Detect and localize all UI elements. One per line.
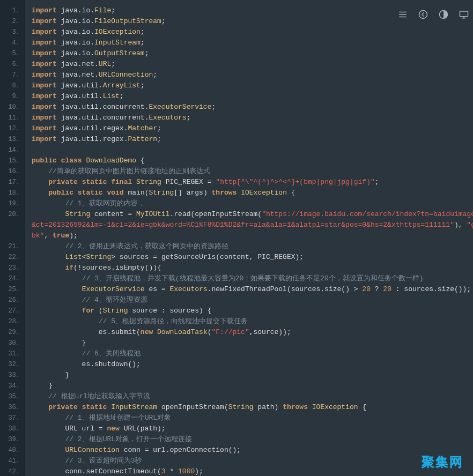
line-number: 27. (0, 306, 25, 316)
code-line: import java.io.OutputStream; (32, 48, 473, 59)
code-line: import java.util.List; (32, 91, 473, 102)
code-line: bk", true); (32, 230, 473, 241)
line-number: 6. (0, 59, 25, 70)
line-number: 26. (0, 295, 25, 306)
code-line: import java.util.regex.Pattern; (32, 134, 473, 145)
toolbar (398, 10, 469, 23)
code-line: private static InputStream openInputStre… (32, 402, 473, 413)
line-number: 36. (0, 402, 25, 413)
code-line: import java.util.regex.Matcher; (32, 123, 473, 134)
line-number: 7. (0, 70, 25, 80)
line-number: 19. (0, 198, 25, 209)
contrast-icon[interactable] (439, 10, 448, 23)
code-line: import java.util.ArrayList; (32, 80, 473, 91)
list-icon[interactable] (398, 10, 408, 23)
code-line: es.submit(new DownLoadTask("F://pic",sou… (32, 327, 473, 338)
line-number: 38. (0, 423, 25, 434)
code-line: // 3、设置超时间为3秒 (32, 456, 473, 466)
svg-rect-2 (460, 11, 468, 17)
code-line: // 5、根据资源路径，向线程池中提交下载任务 (32, 316, 473, 327)
code-line: // 2、使用正则表达式，获取这个网页中的资源路径 (32, 241, 473, 252)
code-line: String content = MyIOUtil.read(openInput… (32, 209, 473, 220)
code-line: import java.util.concurrent.Executors; (32, 113, 473, 123)
line-number: 3. (0, 27, 25, 38)
watermark: 聚集网 (422, 457, 463, 467)
line-number: 13. (0, 134, 25, 145)
code-line: } (32, 381, 473, 391)
line-number: 21. (0, 241, 25, 252)
back-icon[interactable] (418, 10, 428, 23)
line-number: 28. (0, 316, 25, 327)
line-number: 40. (0, 445, 25, 456)
line-number: 31. (0, 348, 25, 359)
line-number: 14. (0, 145, 25, 155)
code-line: import java.io.IOException; (32, 27, 473, 38)
code-line: ExecutorService es = Executors.newFixedT… (32, 284, 473, 295)
code-area[interactable]: import java.io.File;import java.io.FileO… (25, 0, 473, 476)
line-number: 5. (0, 48, 25, 59)
line-number: 17. (0, 177, 25, 188)
line-number: 29. (0, 327, 25, 338)
code-line: private static final String PIC_REGEX = … (32, 177, 473, 188)
code-line (32, 145, 473, 155)
code-line: //简单的获取网页中图片图片链接地址的正则表达式 (32, 166, 473, 177)
code-line: &ct=201326592&lm=-1&cl=2&ie=gbk&word=%C1… (32, 220, 473, 230)
code-line: // 1、获取网页的内容， (32, 198, 473, 209)
svg-point-0 (419, 11, 427, 19)
line-number: 15. (0, 155, 25, 166)
code-line: // 根据url地址获取输入字节流 (32, 391, 473, 402)
line-number: 20. (0, 209, 25, 220)
line-number: 18. (0, 188, 25, 198)
line-number: 12. (0, 123, 25, 134)
line-number: 9. (0, 91, 25, 102)
line-number: 8. (0, 80, 25, 91)
code-line: URLConnection conn = url.openConnection(… (32, 445, 473, 456)
line-number: 24. (0, 273, 25, 284)
line-number: 22. (0, 252, 25, 263)
line-number: 42. (0, 466, 25, 476)
code-line: // 2、根据URL对象，打开一个远程连接 (32, 434, 473, 445)
line-number: 25. (0, 284, 25, 295)
line-number: 37. (0, 413, 25, 423)
line-number: 2. (0, 16, 25, 27)
line-number: 35. (0, 391, 25, 402)
line-number: 34. (0, 381, 25, 391)
code-line: import java.net.URL; (32, 59, 473, 70)
code-line: for (String source : sources) { (32, 306, 473, 316)
line-number: 39. (0, 434, 25, 445)
code-editor: 1.2.3.4.5.6.7.8.9.10.11.12.13.14.15.16.1… (0, 0, 473, 476)
code-line: URL url = new URL(path); (32, 423, 473, 434)
line-number: 33. (0, 370, 25, 381)
line-number: 16. (0, 166, 25, 177)
code-line: conn.setConnectTimeout(3 * 1000); (32, 466, 473, 476)
line-number: 4. (0, 38, 25, 48)
code-line: // 6、关闭线程池 (32, 348, 473, 359)
line-number (0, 220, 25, 230)
code-line: List<String> sources = getSourceUrls(con… (32, 252, 473, 263)
code-line: } (32, 370, 473, 381)
code-line: import java.util.concurrent.ExecutorServ… (32, 102, 473, 113)
line-number: 11. (0, 113, 25, 123)
monitor-icon[interactable] (459, 10, 469, 23)
line-number: 30. (0, 338, 25, 348)
line-number (0, 230, 25, 241)
line-number: 10. (0, 102, 25, 113)
code-line: } (32, 338, 473, 348)
code-line: public class DownloadDemo { (32, 155, 473, 166)
code-line: import java.net.URLConnection; (32, 70, 473, 80)
code-line: es.shutdown(); (32, 359, 473, 370)
line-number: 41. (0, 456, 25, 466)
line-number-gutter: 1.2.3.4.5.6.7.8.9.10.11.12.13.14.15.16.1… (0, 0, 25, 476)
code-line: // 4、循环处理资源 (32, 295, 473, 306)
code-line: // 3、开启线程池，并发下载(线程池最大容量为20；如果要下载的任务不足20个… (32, 273, 473, 284)
code-line: import java.io.InputStream; (32, 38, 473, 48)
code-line: if(!sources.isEmpty()){ (32, 263, 473, 273)
line-number: 32. (0, 359, 25, 370)
line-number: 23. (0, 263, 25, 273)
code-line: public static void main(String[] args) t… (32, 188, 473, 198)
code-line: // 1、根据地址创建一个URL对象 (32, 413, 473, 423)
line-number: 1. (0, 5, 25, 16)
